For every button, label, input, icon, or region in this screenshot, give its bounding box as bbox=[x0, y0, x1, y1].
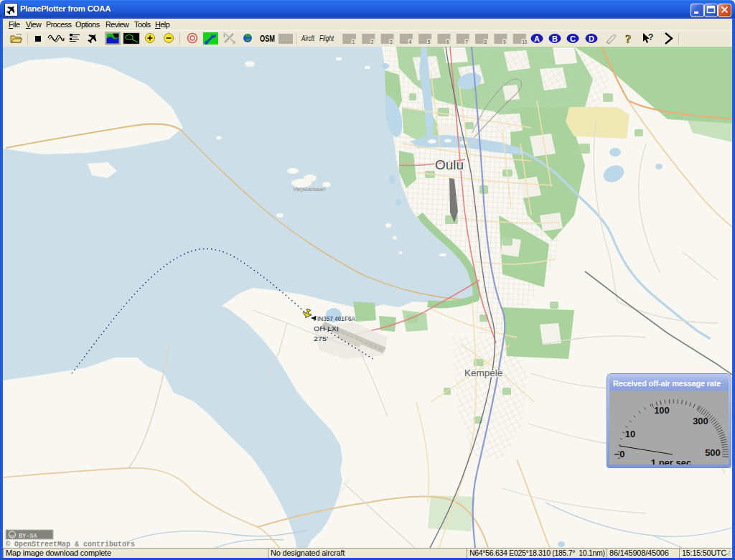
svg-text:i: i bbox=[223, 32, 225, 39]
svg-text:D: D bbox=[589, 34, 594, 43]
svg-text:10: 10 bbox=[522, 39, 528, 45]
svg-text:275': 275' bbox=[314, 335, 328, 342]
svg-text:cc: cc bbox=[9, 533, 15, 538]
svg-text:4: 4 bbox=[408, 39, 411, 45]
svg-text:500: 500 bbox=[705, 447, 721, 458]
svg-text:A: A bbox=[534, 34, 540, 43]
svg-text:10: 10 bbox=[625, 429, 635, 439]
svg-text:3: 3 bbox=[390, 39, 393, 45]
svg-text:Aircft: Aircft bbox=[301, 34, 315, 42]
svg-text:© OpenStreetMap & contributors: © OpenStreetMap & contributors bbox=[6, 541, 135, 548]
svg-text:FIN357 461F6A: FIN357 461F6A bbox=[314, 314, 355, 322]
svg-text:1: 1 bbox=[352, 39, 355, 45]
svg-text:?: ? bbox=[625, 32, 632, 46]
svg-text:Flight: Flight bbox=[319, 34, 334, 42]
svg-text:8: 8 bbox=[484, 39, 487, 45]
svg-text:Varjakansaari: Varjakansaari bbox=[293, 186, 326, 192]
svg-text:−0: −0 bbox=[614, 449, 625, 459]
svg-text:B: B bbox=[552, 34, 558, 43]
svg-text:9: 9 bbox=[503, 39, 506, 45]
svg-text:OSM: OSM bbox=[260, 34, 275, 44]
svg-text:Oulu: Oulu bbox=[435, 157, 464, 172]
svg-text:6: 6 bbox=[446, 39, 449, 45]
svg-text:BY-SA: BY-SA bbox=[19, 533, 37, 540]
svg-text:100: 100 bbox=[654, 405, 670, 416]
svg-text:Kempele: Kempele bbox=[464, 368, 502, 378]
svg-text:C: C bbox=[570, 34, 576, 43]
svg-text:OH-LXI: OH-LXI bbox=[314, 325, 339, 332]
svg-text:2: 2 bbox=[371, 39, 374, 45]
svg-text:300: 300 bbox=[693, 416, 708, 426]
svg-text:7: 7 bbox=[465, 39, 468, 45]
svg-text:5: 5 bbox=[428, 39, 431, 45]
svg-text:1 per sec: 1 per sec bbox=[651, 457, 691, 465]
svg-text:?: ? bbox=[648, 32, 653, 42]
